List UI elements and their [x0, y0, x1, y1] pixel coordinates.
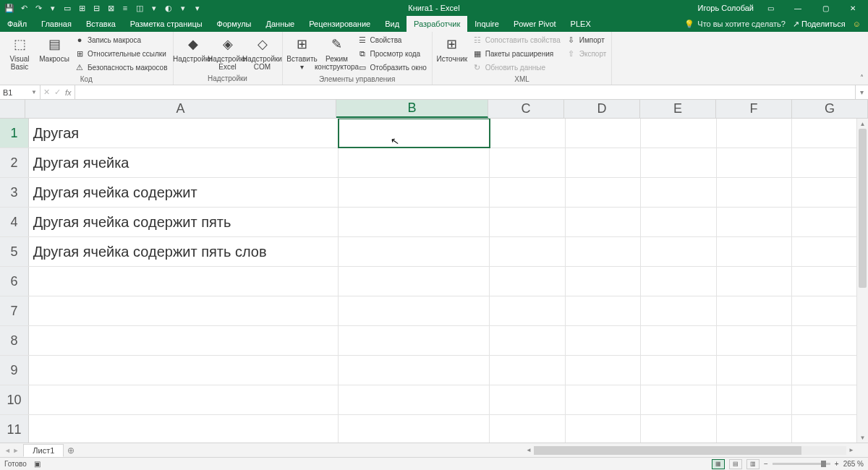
row-header-9[interactable]: 9	[0, 356, 29, 385]
cell-F8[interactable]	[717, 326, 793, 355]
cell-B6[interactable]	[339, 267, 490, 296]
cell-A9[interactable]	[29, 356, 339, 385]
cell-C5[interactable]	[490, 237, 566, 266]
zoom-out-icon[interactable]: −	[764, 460, 768, 468]
cell-C7[interactable]	[490, 296, 566, 325]
cell-F9[interactable]	[717, 356, 793, 385]
cell-B3[interactable]	[339, 178, 490, 207]
name-box[interactable]: B1 ▼	[0, 85, 41, 99]
cell-E2[interactable]	[641, 148, 717, 177]
cell-D4[interactable]	[566, 208, 642, 236]
qat-icon-6[interactable]: ⊞	[77, 3, 87, 13]
cell-A2[interactable]: Другая ячейка	[29, 148, 339, 177]
view-code-button[interactable]: ⧉Просмотр кода	[355, 47, 429, 60]
cell-C9[interactable]	[490, 356, 566, 385]
export-button[interactable]: ⇧Экспорт	[564, 47, 609, 60]
cell-F1[interactable]	[717, 119, 793, 148]
tab-разметка-страницы[interactable]: Разметка страницы	[123, 16, 210, 32]
zoom-slider[interactable]	[773, 463, 830, 465]
cell-B1[interactable]	[339, 119, 490, 148]
cell-F6[interactable]	[717, 267, 793, 296]
addins-excel-button[interactable]: ◈НадстройкиExcel	[211, 33, 244, 71]
cell-B2[interactable]	[339, 148, 490, 177]
cell-B9[interactable]	[339, 356, 490, 385]
tab-главная[interactable]: Главная	[34, 16, 79, 32]
zoom-in-icon[interactable]: +	[835, 460, 839, 468]
zoom-level[interactable]: 265 %	[843, 460, 864, 468]
column-header-B[interactable]: B	[336, 100, 488, 118]
smiley-icon[interactable]: ☺	[853, 20, 861, 28]
cell-F7[interactable]	[717, 296, 793, 325]
redo-icon[interactable]: ↷	[33, 3, 43, 13]
chevron-down-icon[interactable]: ▼	[31, 89, 37, 95]
tab-формулы[interactable]: Формулы	[210, 16, 259, 32]
cell-A10[interactable]	[29, 385, 339, 414]
cell-F4[interactable]	[717, 208, 793, 236]
show-window-button[interactable]: ▭Отобразить окно	[355, 61, 429, 74]
cell-C4[interactable]	[490, 208, 566, 236]
tab-inquire[interactable]: Inquire	[467, 16, 506, 32]
vertical-scrollbar[interactable]: ▲ ▼	[856, 119, 868, 443]
import-button[interactable]: ⇩Импорт	[564, 33, 609, 46]
cell-E1[interactable]	[641, 119, 717, 148]
fx-icon[interactable]: fx	[65, 88, 72, 97]
cell-D5[interactable]	[566, 237, 642, 266]
ribbon-options-icon[interactable]: ▭	[760, 0, 781, 16]
tab-рецензирование[interactable]: Рецензирование	[302, 16, 378, 32]
cell-D11[interactable]	[566, 415, 642, 443]
macros-button[interactable]: ▤Макросы	[38, 33, 71, 63]
cell-A3[interactable]: Другая ячейка содержит	[29, 178, 339, 207]
column-header-E[interactable]: E	[640, 100, 716, 118]
cell-C2[interactable]	[490, 148, 566, 177]
cell-B7[interactable]	[339, 296, 490, 325]
map-props-button[interactable]: ☷Сопоставить свойства	[470, 33, 563, 46]
cell-C6[interactable]	[490, 267, 566, 296]
sheet-tab[interactable]: Лист1	[23, 444, 64, 457]
cell-E8[interactable]	[641, 326, 717, 355]
cell-E5[interactable]	[641, 237, 717, 266]
record-macro-button[interactable]: ●Запись макроса	[72, 33, 170, 46]
properties-button[interactable]: ☰Свойства	[355, 33, 429, 46]
tab-file[interactable]: Файл	[0, 16, 34, 32]
cell-F10[interactable]	[717, 385, 793, 414]
row-header-1[interactable]: 1	[0, 119, 29, 148]
cell-D9[interactable]	[566, 356, 642, 385]
share-button[interactable]: ↗ Поделиться	[793, 20, 846, 29]
qat-icon-10[interactable]: ◫	[135, 3, 145, 13]
qat-icon-5[interactable]: ▭	[62, 3, 72, 13]
scroll-thumb[interactable]	[859, 129, 867, 288]
qat-more-icon[interactable]: ▾	[192, 3, 203, 13]
qat-icon-9[interactable]: ≡	[120, 3, 130, 13]
cell-C11[interactable]	[490, 415, 566, 443]
scroll-left-icon[interactable]: ◄	[524, 447, 534, 453]
horizontal-scrollbar[interactable]: ◄ ►	[524, 445, 856, 456]
tab-вставка[interactable]: Вставка	[79, 16, 123, 32]
cell-F2[interactable]	[717, 148, 793, 177]
cell-B4[interactable]	[339, 208, 490, 236]
column-header-G[interactable]: G	[792, 100, 868, 118]
cell-C8[interactable]	[490, 326, 566, 355]
cell-D8[interactable]	[566, 326, 642, 355]
cell-C3[interactable]	[490, 178, 566, 207]
cell-B8[interactable]	[339, 326, 490, 355]
qat-icon-8[interactable]: ⊠	[106, 3, 116, 13]
row-header-10[interactable]: 10	[0, 385, 29, 414]
tab-вид[interactable]: Вид	[378, 16, 407, 32]
insert-control-button[interactable]: ⊞Вставить▾	[286, 33, 319, 71]
collapse-ribbon-icon[interactable]: ˄	[860, 74, 864, 82]
scroll-up-icon[interactable]: ▲	[857, 119, 868, 129]
row-header-11[interactable]: 11	[0, 415, 29, 443]
scroll-down-icon[interactable]: ▼	[857, 432, 868, 443]
cell-C10[interactable]	[490, 385, 566, 414]
design-mode-button[interactable]: ✎Режимконструктора	[320, 33, 354, 71]
view-normal-icon[interactable]: ▦	[712, 459, 725, 469]
close-icon[interactable]: ✕	[842, 0, 864, 16]
row-header-8[interactable]: 8	[0, 326, 29, 355]
cell-A7[interactable]	[29, 296, 339, 325]
row-header-3[interactable]: 3	[0, 178, 29, 207]
row-header-6[interactable]: 6	[0, 267, 29, 296]
save-icon[interactable]: 💾	[4, 3, 14, 13]
qat-icon-13[interactable]: ▾	[178, 3, 188, 13]
cell-D6[interactable]	[566, 267, 642, 296]
cell-D3[interactable]	[566, 178, 642, 207]
